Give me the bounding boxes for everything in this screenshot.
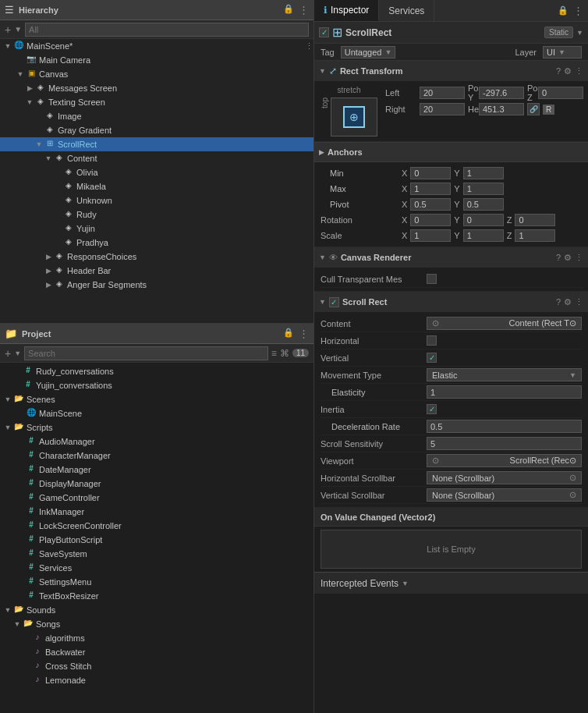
proj-item-sounds[interactable]: 📂 Sounds — [0, 603, 313, 617]
min-y-input[interactable] — [463, 167, 504, 179]
proj-item-display-manager[interactable]: # DisplayManager — [0, 477, 313, 491]
max-x-input[interactable] — [410, 183, 451, 195]
rotation-z-input[interactable] — [515, 214, 555, 226]
settings-icon[interactable]: ⚙ — [564, 253, 572, 263]
overflow-icon[interactable]: ⋮ — [575, 66, 583, 76]
intercepted-events-header[interactable]: Intercepted Events ▼ — [314, 572, 588, 594]
sr-elasticity-input[interactable] — [427, 385, 582, 399]
tree-item-content[interactable]: ◈ Content — [0, 151, 313, 165]
proj-item-audio-manager[interactable]: # AudioManager — [0, 435, 313, 449]
anchors-foldout[interactable]: ▶ Anchors — [314, 142, 588, 162]
proj-item-backwater[interactable]: ♪ Backwater — [0, 645, 313, 659]
sr-horiz-scrollbar-value[interactable]: None (Scrollbar) ⊙ — [427, 471, 582, 484]
left-input[interactable] — [420, 87, 465, 99]
dots-menu-icon[interactable]: ⋮ — [299, 4, 309, 16]
static-dropdown-icon[interactable]: ▼ — [576, 29, 583, 37]
proj-item-date-manager[interactable]: # DateManager — [0, 463, 313, 477]
proj-item-yujin-conv[interactable]: # Yujin_conversations — [0, 378, 313, 392]
r-button[interactable]: R — [543, 105, 554, 115]
sr-scroll-sensitivity-input[interactable] — [427, 437, 582, 450]
scale-z-input[interactable] — [515, 229, 555, 242]
proj-item-settings[interactable]: # SettingsMenu — [0, 575, 313, 589]
tree-item-response-choices[interactable]: ◈ ResponseChoices — [0, 250, 313, 264]
cull-checkbox[interactable] — [427, 274, 437, 284]
sr-content-value[interactable]: ⊙ Content (Rect T⊙ — [427, 317, 582, 330]
proj-item-save-system[interactable]: # SaveSystem — [0, 547, 313, 561]
tab-services[interactable]: Services — [379, 0, 434, 21]
settings-icon[interactable]: ⚙ — [564, 297, 572, 307]
height-input[interactable] — [479, 103, 524, 115]
tree-item-main-scene[interactable]: 🌐 MainScene* ⋮ — [0, 39, 313, 53]
settings-icon[interactable]: ⚙ — [564, 66, 572, 76]
scale-y-input[interactable] — [463, 229, 504, 242]
sr-inertia-checkbox[interactable] — [427, 404, 437, 414]
hierarchy-search-input[interactable] — [25, 23, 309, 37]
question-icon[interactable]: ? — [556, 66, 561, 76]
proj-item-ink-manager[interactable]: # InkManager — [0, 505, 313, 519]
question-icon[interactable]: ? — [556, 297, 561, 307]
proj-item-mainscene[interactable]: 🌐 MainScene — [0, 406, 313, 420]
max-y-input[interactable] — [463, 183, 504, 195]
proj-item-textbox[interactable]: # TextBoxResizer — [0, 589, 313, 603]
min-x-input[interactable] — [410, 167, 451, 179]
tree-item-unknown[interactable]: ◈ Unknown — [0, 193, 313, 208]
filter-icon[interactable]: ⌘ — [280, 348, 289, 359]
proj-item-cross-stitch[interactable]: ♪ Cross Stitch — [0, 659, 313, 673]
linked-icon-btn[interactable]: 🔗 — [527, 103, 540, 115]
scale-x-input[interactable] — [410, 229, 451, 242]
sr-enable-checkbox[interactable] — [329, 297, 339, 307]
sr-movement-type-dropdown[interactable]: Elastic ▼ — [427, 368, 582, 381]
dots-icon[interactable]: ⋮ — [573, 5, 583, 16]
tree-item-messages-screen[interactable]: ◈ Messages Screen — [0, 81, 313, 95]
canvas-renderer-header[interactable]: ▼ 👁 Canvas Renderer ? ⚙ ⋮ — [314, 247, 588, 268]
tree-item-pradhya[interactable]: ◈ Pradhya — [0, 236, 313, 250]
proj-item-scenes[interactable]: 📂 Scenes — [0, 392, 313, 406]
project-search-input[interactable] — [24, 346, 268, 360]
proj-item-algorithms[interactable]: ♪ algorithms — [0, 631, 313, 645]
lock-icon[interactable]: 🔒 — [558, 5, 569, 16]
tree-item-header-bar[interactable]: ◈ Header Bar — [0, 264, 313, 278]
tree-item-texting-screen[interactable]: ◈ Texting Screen — [0, 95, 313, 109]
tree-item-main-camera[interactable]: 📷 Main Camera — [0, 53, 313, 67]
tree-item-canvas[interactable]: ▣ Canvas — [0, 67, 313, 81]
dots-icon-scene[interactable]: ⋮ — [305, 41, 313, 51]
proj-item-services[interactable]: # Services — [0, 561, 313, 575]
tree-item-gray-gradient[interactable]: ◈ Gray Gradient — [0, 123, 313, 137]
tab-inspector[interactable]: ℹ Inspector — [314, 0, 379, 21]
tree-item-image[interactable]: ◈ Image — [0, 109, 313, 123]
tree-item-rudy[interactable]: ◈ Rudy — [0, 208, 313, 222]
sr-vert-scrollbar-value[interactable]: None (Scrollbar) ⊙ — [427, 488, 582, 502]
plus-button[interactable]: + — [5, 347, 11, 360]
component-enable-checkbox[interactable] — [319, 27, 329, 37]
rect-transform-header[interactable]: ▼ ⤢ Rect Transform ? ⚙ ⋮ — [314, 61, 588, 81]
sr-vertical-checkbox[interactable] — [427, 353, 437, 363]
overflow-icon[interactable]: ⋮ — [575, 253, 583, 263]
tree-item-mikaela[interactable]: ◈ Mikaela — [0, 179, 313, 193]
proj-item-lemonade[interactable]: ♪ Lemonade — [0, 673, 313, 687]
rotation-x-input[interactable] — [410, 214, 451, 226]
plus-button[interactable]: + — [5, 23, 11, 36]
tag-dropdown[interactable]: Untagged ▼ — [341, 46, 396, 59]
proj-item-char-manager[interactable]: # CharacterManager — [0, 449, 313, 463]
sr-decel-input[interactable] — [427, 420, 582, 433]
sr-viewport-value[interactable]: ⊙ ScrollRect (Rec⊙ — [427, 454, 582, 467]
question-icon[interactable]: ? — [556, 253, 561, 263]
sr-horizontal-checkbox[interactable] — [427, 335, 437, 346]
tree-item-yujin[interactable]: ◈ Yujin — [0, 222, 313, 236]
rotation-y-input[interactable] — [463, 214, 504, 226]
tree-item-olivia[interactable]: ◈ Olivia — [0, 165, 313, 179]
proj-item-songs[interactable]: 📂 Songs — [0, 617, 313, 631]
anchor-preview-box[interactable]: ⊕ — [331, 98, 377, 137]
layer-dropdown[interactable]: UI ▼ — [543, 46, 582, 59]
pivot-x-input[interactable] — [410, 198, 451, 211]
pivot-y-input[interactable] — [463, 198, 504, 211]
proj-item-lock-screen[interactable]: # LockScreenController — [0, 519, 313, 533]
pos-y-input[interactable] — [479, 87, 524, 99]
proj-item-game-controller[interactable]: # GameController — [0, 491, 313, 505]
cr-eye-icon[interactable]: 👁 — [329, 253, 338, 262]
proj-item-play-btn[interactable]: # PlayButtonScript — [0, 533, 313, 547]
tree-item-scrollrect[interactable]: ⊞ ScrollRect — [0, 137, 313, 151]
dots-menu-icon[interactable]: ⋮ — [299, 328, 309, 339]
pos-z-input[interactable] — [538, 87, 583, 99]
right-input[interactable] — [420, 103, 465, 115]
